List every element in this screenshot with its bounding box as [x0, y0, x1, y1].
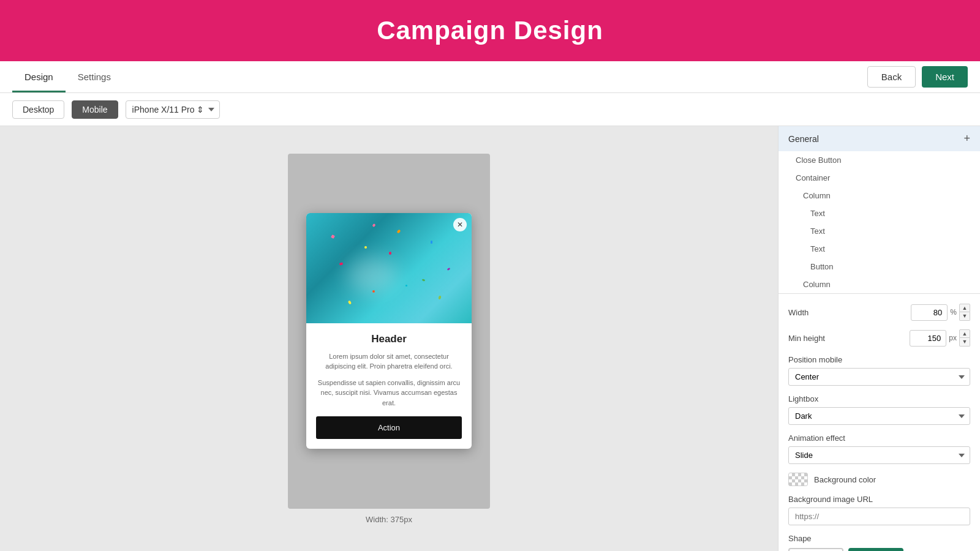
position-mobile-select[interactable]: Center Top Bottom — [788, 368, 970, 386]
shape-label: Shape — [788, 534, 970, 543]
tree-item-close-button[interactable]: Close Button — [778, 151, 980, 169]
animation-row: Animation effect Slide Fade None — [788, 433, 970, 464]
width-decrement[interactable]: ▼ — [959, 312, 970, 321]
lightbox-select[interactable]: Dark Light None — [788, 407, 970, 425]
editor-area: ✕ Header Lorem ipsum dolor sit amet, con… — [0, 126, 980, 551]
animation-label: Animation effect — [788, 433, 970, 443]
tree-header: General + — [778, 126, 980, 151]
bg-image-label: Background image URL — [788, 495, 970, 504]
popup-action-button[interactable]: Action — [316, 416, 462, 439]
popup-image: ✕ — [306, 213, 472, 323]
popup-para2: Suspendisse ut sapien convallis, digniss… — [316, 378, 462, 408]
shape-rounded-option[interactable] — [788, 548, 843, 551]
tree-item-text-1[interactable]: Text — [778, 204, 980, 222]
toolbar-row: Desktop Mobile iPhone X/11 Pro ⇕ — [0, 93, 980, 126]
min-height-input[interactable] — [910, 330, 946, 347]
min-height-label: Min height — [788, 334, 905, 343]
width-input-group: % ▲ ▼ — [911, 304, 970, 321]
tree-item-text-2[interactable]: Text — [778, 222, 980, 240]
back-button[interactable]: Back — [867, 66, 916, 88]
popup-card: ✕ Header Lorem ipsum dolor sit amet, con… — [306, 213, 472, 449]
tree-item-column-1[interactable]: Column — [778, 187, 980, 204]
tree-item-container[interactable]: Container — [778, 169, 980, 187]
bg-image-row: Background image URL — [788, 495, 970, 525]
min-height-unit: px — [949, 334, 957, 342]
desktop-view-button[interactable]: Desktop — [12, 100, 64, 119]
bg-image-url-input[interactable] — [788, 508, 970, 525]
min-height-increment[interactable]: ▲ — [959, 329, 970, 338]
lightbox-label: Lightbox — [788, 394, 970, 403]
min-height-input-group: px ▲ ▼ — [910, 329, 970, 347]
right-panel: General + Close Button Container Column … — [778, 126, 980, 551]
width-unit: % — [950, 308, 957, 317]
main-content: Design Settings Back Next Desktop Mobile… — [0, 61, 980, 551]
tree-section: General + Close Button Container Column … — [778, 126, 980, 294]
tabs: Design Settings — [12, 62, 123, 92]
lightbox-row: Lightbox Dark Light None — [788, 394, 970, 425]
width-increment[interactable]: ▲ — [959, 304, 970, 312]
position-mobile-row: Position mobile Center Top Bottom — [788, 355, 970, 386]
width-row: Width % ▲ ▼ — [788, 304, 970, 321]
width-label: Width — [788, 308, 906, 317]
min-height-row: Min height px ▲ ▼ — [788, 329, 970, 347]
tree-item-text-3[interactable]: Text — [778, 240, 980, 258]
shape-row: Shape — [788, 534, 970, 551]
canvas-area: ✕ Header Lorem ipsum dolor sit amet, con… — [0, 126, 778, 551]
next-button[interactable]: Next — [922, 66, 968, 88]
bg-color-row: Background color — [788, 473, 970, 486]
tab-settings[interactable]: Settings — [66, 63, 123, 92]
general-label: General — [788, 134, 819, 144]
popup-body: Header Lorem ipsum dolor sit amet, conse… — [306, 323, 472, 449]
device-select[interactable]: iPhone X/11 Pro ⇕ — [126, 100, 220, 119]
tree-item-button[interactable]: Button — [778, 258, 980, 276]
mobile-view-button[interactable]: Mobile — [72, 100, 118, 119]
tab-bar: Design Settings Back Next — [0, 61, 980, 93]
popup-close-button[interactable]: ✕ — [453, 218, 467, 231]
tab-actions: Back Next — [867, 66, 968, 88]
page-title: Campaign Design — [377, 16, 603, 45]
bg-color-swatch[interactable] — [788, 473, 808, 486]
tree-item-column-2[interactable]: Column — [778, 276, 980, 293]
phone-mock: ✕ Header Lorem ipsum dolor sit amet, con… — [288, 154, 490, 509]
position-mobile-label: Position mobile — [788, 355, 970, 364]
min-height-spinner: ▲ ▼ — [959, 329, 970, 347]
bg-color-label: Background color — [814, 475, 876, 484]
animation-select[interactable]: Slide Fade None — [788, 446, 970, 464]
properties-section: Width % ▲ ▼ Min height px — [778, 294, 980, 551]
tree-add-button[interactable]: + — [963, 132, 970, 145]
width-spinner: ▲ ▼ — [959, 304, 970, 321]
shape-rect-option[interactable] — [848, 548, 903, 551]
page-header: Campaign Design — [0, 0, 980, 61]
popup-header: Header — [316, 333, 462, 345]
min-height-decrement[interactable]: ▼ — [959, 338, 970, 347]
width-input[interactable] — [911, 304, 948, 321]
shape-options — [788, 548, 970, 551]
tab-design[interactable]: Design — [12, 63, 66, 92]
popup-para1: Lorem ipsum dolor sit amet, consectetur … — [316, 351, 462, 372]
canvas-width-label: Width: 375px — [366, 515, 412, 524]
